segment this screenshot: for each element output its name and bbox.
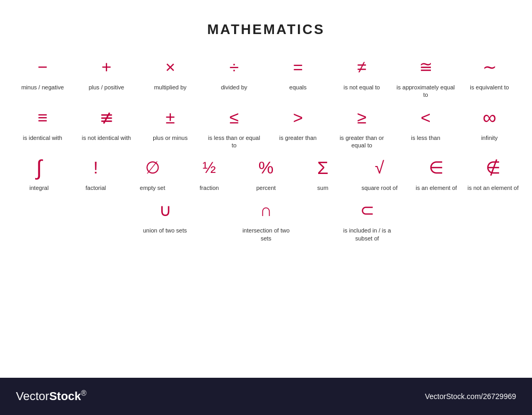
footer-logo-plain: Vector [16,390,49,403]
symbol-char: ∅ [145,154,160,181]
symbol-item: ∅empty set [124,154,181,192]
symbols-row-1: −minus / negative+plus / positive×multip… [11,54,521,99]
symbol-char: √ [375,154,385,181]
symbol-label: integral [29,184,48,192]
symbol-char: ⊂ [360,197,375,223]
symbol-char: + [102,54,112,80]
symbol-char: ± [165,104,175,131]
symbol-char: ∉ [486,154,501,181]
symbol-item: <is less than [396,104,455,142]
symbol-char: ≤ [229,104,239,131]
symbol-label: equals [289,84,306,91]
symbol-label: is identical with [23,134,62,142]
symbol-char: ≢ [99,104,114,131]
footer-logo-bold: Stock [49,390,81,403]
page-title: MATHEMATICS [207,21,325,38]
symbol-char: ∩ [260,197,272,223]
symbol-label: is greater than or equal to [332,134,391,150]
symbol-char: ≠ [357,54,367,80]
symbol-item: !factorial [68,154,124,192]
symbol-item: ≥is greater than or equal to [332,104,391,150]
symbols-row-2: ≡is identical with≢is not identical with… [11,104,521,150]
symbol-label: is greater than [279,134,317,142]
symbol-label: divided by [221,84,247,91]
symbol-item: ≠is not equal to [332,54,391,91]
symbol-item: −minus / negative [13,54,72,91]
symbol-label: square root of [361,184,397,192]
symbol-item: ∈is an element of [408,154,465,192]
symbol-label: is not equal to [344,84,380,91]
symbol-item: ∼is equivalent to [460,54,519,91]
symbol-item: %percent [238,154,295,192]
symbol-label: is not an element of [468,184,519,192]
symbol-item: ≤is less than or equal to [205,104,263,150]
symbol-item: ½fraction [181,154,238,192]
symbol-item: Σsum [294,154,351,192]
symbol-item: >is greater than [269,104,327,142]
symbol-char: ∞ [483,104,496,131]
symbol-char: ! [94,154,98,181]
footer-url: VectorStock.com/26729969 [425,392,516,401]
symbol-char: > [293,104,303,131]
symbol-label: is less than or equal to [205,134,263,150]
symbol-label: minus / negative [21,84,64,91]
symbol-char: % [259,154,273,181]
symbols-grid: −minus / negative+plus / positive×multip… [11,54,521,242]
symbol-item: √ square root of [351,154,408,192]
symbol-char: ≥ [357,104,367,131]
symbols-row-4: ∪union of two sets∩intersection of two s… [11,197,521,242]
symbol-item: +plus / positive [77,54,136,91]
symbol-item: ∉is not an element of [464,154,521,192]
symbol-char: ÷ [229,54,239,80]
symbol-label: multiplied by [154,84,186,91]
symbol-label: is an element of [415,184,457,192]
symbol-label: is not identical with [82,134,131,142]
symbol-label: is included in / is a subset of [338,227,396,242]
symbol-label: percent [256,184,276,192]
symbol-item: =equals [269,54,327,91]
symbol-item: ≡is identical with [13,104,72,142]
symbol-char: < [421,104,431,131]
symbol-char: ≅ [419,54,433,80]
symbol-char: ∈ [429,154,444,181]
symbol-label: is less than [411,134,440,142]
symbol-label: is approximately equal to [396,84,455,99]
symbol-item: ≢is not identical with [77,104,136,142]
symbol-item: ∫integral [11,154,68,192]
symbol-char: ≡ [38,104,48,131]
symbol-char: = [293,54,303,80]
symbol-char: ∫ [36,154,42,181]
symbol-label: union of two sets [143,227,187,234]
symbol-label: infinity [481,134,497,142]
symbol-label: is equivalent to [470,84,509,91]
symbol-label: intersection of two sets [237,227,295,242]
symbol-label: plus or minus [153,134,187,142]
symbol-item: ∩intersection of two sets [237,197,295,242]
symbol-label: sum [317,184,328,192]
main-content: MATHEMATICS −minus / negative+plus / pos… [0,0,532,378]
symbol-char: Σ [317,154,328,181]
symbol-item: ⊂is included in / is a subset of [338,197,396,242]
symbol-item: ∪union of two sets [136,197,194,234]
symbol-item: ∞infinity [460,104,519,142]
symbol-char: − [38,54,48,80]
symbol-item: ±plus or minus [141,104,200,142]
symbol-char: ∼ [483,54,497,80]
symbols-row-3: ∫integral!factorial∅empty set½fraction%p… [11,154,521,192]
symbol-char: ½ [203,154,216,181]
symbol-label: fraction [200,184,219,192]
symbol-char: × [165,54,176,80]
symbol-item: ≅is approximately equal to [396,54,455,99]
footer-logo: VectorStock® [16,389,87,403]
symbol-label: plus / positive [89,84,124,91]
symbol-char: ∪ [159,197,171,223]
symbol-label: factorial [86,184,106,192]
footer: VectorStock® VectorStock.com/26729969 [0,378,532,415]
symbol-item: ÷divided by [205,54,263,91]
symbol-item: ×multiplied by [141,54,200,91]
footer-logo-reg: ® [81,389,86,397]
symbol-label: empty set [140,184,165,192]
